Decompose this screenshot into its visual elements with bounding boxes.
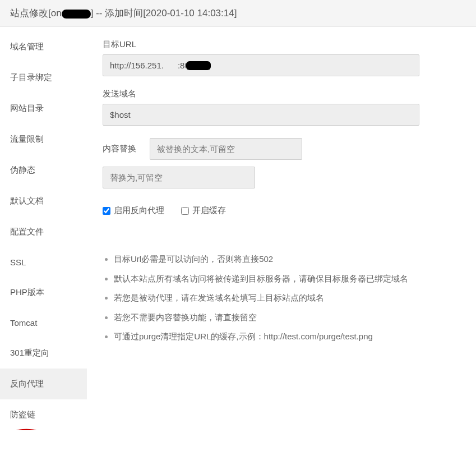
redacted-site-name (62, 10, 91, 19)
send-domain-input[interactable] (103, 104, 419, 126)
enable-cache-label: 开启缓存 (192, 205, 226, 216)
note-item: 默认本站点所有域名访问将被传递到目标服务器，请确保目标服务器已绑定域名 (114, 269, 460, 289)
sidebar-item-tomcat[interactable]: Tomcat (0, 308, 87, 338)
dialog-header: 站点修改[on] -- 添加时间[2020-01-10 14:03:14] (0, 0, 476, 27)
sidebar-item-config-file[interactable]: 配置文件 (0, 217, 87, 247)
enable-cache-checkbox[interactable] (181, 207, 189, 215)
note-item: 若您不需要内容替换功能，请直接留空 (114, 308, 460, 328)
note-item: 目标Url必需是可以访问的，否则将直接502 (114, 250, 460, 269)
sidebar-item-hotlink[interactable]: 防盗链 (0, 399, 87, 430)
sidebar-item-site-dir[interactable]: 网站目录 (0, 93, 87, 124)
header-prefix: 站点修改[on (10, 8, 62, 19)
header-suffix: ] -- 添加时间[2020-01-10 14:03:14] (91, 8, 237, 19)
content-replace-label: 内容替换 (103, 144, 142, 154)
main-content: 目标URL 发送域名 内容替换 启用反向代理 开启缓存 (87, 27, 476, 430)
target-url-input[interactable] (103, 54, 419, 76)
note-item: 可通过purge清理指定URL的缓存,示例：http://test.com/pu… (114, 327, 460, 347)
sidebar-item-reverse-proxy[interactable]: 反向代理 (0, 369, 87, 399)
sidebar-item-rewrite[interactable]: 伪静态 (0, 155, 87, 186)
sidebar-item-subdir-bind[interactable]: 子目录绑定 (0, 62, 87, 93)
enable-cache-checkbox-wrap[interactable]: 开启缓存 (181, 205, 226, 216)
send-domain-label: 发送域名 (103, 89, 460, 99)
note-item: 若您是被动代理，请在发送域名处填写上目标站点的域名 (114, 288, 460, 308)
content-replace-to-input[interactable] (103, 167, 255, 188)
enable-proxy-label: 启用反向代理 (114, 205, 164, 216)
enable-proxy-checkbox-wrap[interactable]: 启用反向代理 (103, 205, 164, 216)
sidebar-item-ssl[interactable]: SSL (0, 247, 87, 277)
sidebar-item-default-doc[interactable]: 默认文档 (0, 186, 87, 217)
enable-proxy-checkbox[interactable] (103, 207, 110, 215)
sidebar-item-domain-mgmt[interactable]: 域名管理 (0, 31, 87, 62)
sidebar-item-301-redirect[interactable]: 301重定向 (0, 338, 87, 369)
redacted-ip-part (186, 61, 211, 70)
target-url-label: 目标URL (103, 39, 460, 50)
sidebar: 域名管理 子目录绑定 网站目录 流量限制 伪静态 默认文档 配置文件 SSL P… (0, 27, 87, 430)
help-notes: 目标Url必需是可以访问的，否则将直接502 默认本站点所有域名访问将被传递到目… (103, 250, 460, 347)
sidebar-item-traffic-limit[interactable]: 流量限制 (0, 124, 87, 155)
sidebar-item-php-version[interactable]: PHP版本 (0, 277, 87, 308)
content-replace-from-input[interactable] (150, 138, 302, 160)
